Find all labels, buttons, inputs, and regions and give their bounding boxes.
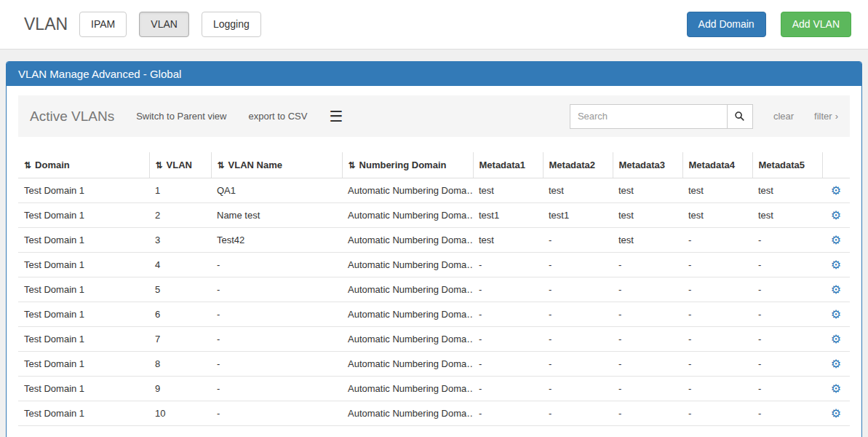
table-cell: Automatic Numbering Doma… (342, 178, 473, 203)
search-input[interactable] (570, 104, 727, 129)
clear-link[interactable]: clear (773, 111, 794, 122)
table-cell: - (543, 377, 613, 401)
table-cell: Automatic Numbering Doma… (342, 327, 473, 352)
gear-icon[interactable]: ⚙ (831, 209, 841, 221)
export-csv-link[interactable]: export to CSV (248, 111, 307, 122)
table-cell: - (682, 327, 752, 352)
table-cell: Test Domain 1 (18, 327, 149, 352)
table-cell: test (613, 228, 682, 253)
table-cell: - (211, 401, 342, 426)
toolbar-heading: Active VLANs (30, 109, 114, 125)
table-cell: Automatic Numbering Doma… (342, 203, 473, 228)
table-cell: test (682, 178, 752, 203)
sort-icon: ⇅ (218, 160, 225, 170)
topbar-actions: Add Domain Add VLAN (687, 12, 851, 38)
table-cell: - (473, 302, 543, 327)
table-cell: - (613, 302, 682, 327)
table-cell: - (613, 277, 682, 302)
table-cell: Automatic Numbering Doma… (342, 377, 473, 401)
table-cell: - (473, 253, 543, 277)
gear-icon[interactable]: ⚙ (831, 407, 841, 420)
row-actions-cell: ⚙ (822, 178, 850, 203)
table-body: Test Domain 11QA1Automatic Numbering Dom… (18, 178, 850, 426)
add-domain-button[interactable]: Add Domain (687, 12, 766, 38)
search-icon (734, 111, 745, 122)
table-cell: - (682, 277, 752, 302)
table-cell: - (543, 401, 613, 426)
toolbar-end-links: clear filter› (753, 111, 838, 122)
table-cell: Automatic Numbering Doma… (342, 302, 473, 327)
table-cell: - (752, 253, 822, 277)
table-row: Test Domain 11QA1Automatic Numbering Dom… (18, 178, 850, 203)
row-actions-cell: ⚙ (822, 277, 850, 302)
table-cell: - (682, 253, 752, 277)
column-header-vlan-name[interactable]: ⇅VLAN Name (211, 152, 342, 178)
table-cell: 3 (149, 228, 211, 253)
table-cell: test (752, 178, 822, 203)
table-cell: - (682, 401, 752, 426)
table-header-row: ⇅Domain⇅VLAN⇅VLAN Name⇅Numbering DomainM… (18, 152, 850, 178)
table-cell: - (211, 327, 342, 352)
row-actions-cell: ⚙ (822, 352, 850, 377)
table-cell: - (752, 302, 822, 327)
gear-icon[interactable]: ⚙ (831, 382, 841, 395)
column-header-vlan[interactable]: ⇅VLAN (149, 152, 211, 178)
column-header-metadata2: Metadata2 (543, 152, 613, 178)
table-cell: 10 (149, 401, 211, 426)
table-cell: Name test (211, 203, 342, 228)
nav-button-vlan[interactable]: VLAN (139, 12, 189, 38)
hamburger-menu-icon[interactable]: ☰ (329, 109, 343, 124)
table-cell: Test42 (211, 228, 342, 253)
gear-icon[interactable]: ⚙ (831, 358, 841, 370)
gear-icon[interactable]: ⚙ (831, 259, 841, 271)
table-cell: - (473, 352, 543, 377)
table-cell: - (211, 377, 342, 401)
column-header-numbering-domain[interactable]: ⇅Numbering Domain (342, 152, 473, 178)
panel-body: Active VLANs Switch to Parent view expor… (7, 86, 861, 426)
row-actions-cell: ⚙ (822, 327, 850, 352)
table-cell: test (613, 178, 682, 203)
table-cell: - (473, 401, 543, 426)
search-button[interactable] (727, 104, 753, 129)
nav-button-logging[interactable]: Logging (202, 12, 261, 38)
column-header-domain[interactable]: ⇅Domain (18, 152, 149, 178)
add-vlan-button[interactable]: Add VLAN (781, 12, 851, 38)
table-cell: - (752, 327, 822, 352)
table-cell: Test Domain 1 (18, 203, 149, 228)
nav-button-group: IPAMVLANLogging (79, 12, 261, 38)
table-cell: 4 (149, 253, 211, 277)
gear-icon[interactable]: ⚙ (831, 234, 841, 246)
table-cell: 8 (149, 352, 211, 377)
page-title: VLAN (24, 15, 68, 34)
table-cell: - (543, 228, 613, 253)
table-cell: Automatic Numbering Doma… (342, 352, 473, 377)
search-group (570, 104, 753, 129)
table-cell: 7 (149, 327, 211, 352)
table-cell: - (543, 302, 613, 327)
table-row: Test Domain 18-Automatic Numbering Doma…… (18, 352, 850, 377)
table-cell: - (613, 352, 682, 377)
table-cell: test (543, 178, 613, 203)
table-cell: - (682, 302, 752, 327)
gear-icon[interactable]: ⚙ (831, 333, 841, 345)
table-cell: - (613, 377, 682, 401)
gear-icon[interactable]: ⚙ (831, 184, 841, 197)
table-cell: Automatic Numbering Doma… (342, 228, 473, 253)
chevron-right-icon: › (835, 111, 838, 122)
gear-icon[interactable]: ⚙ (831, 283, 841, 296)
table-cell: - (613, 401, 682, 426)
table-cell: - (543, 352, 613, 377)
row-actions-cell: ⚙ (822, 203, 850, 228)
gear-icon[interactable]: ⚙ (831, 308, 841, 320)
table-cell: 5 (149, 277, 211, 302)
table-cell: - (211, 302, 342, 327)
table-row: Test Domain 13Test42Automatic Numbering … (18, 228, 850, 253)
filter-label: filter (814, 111, 832, 122)
nav-button-ipam[interactable]: IPAM (79, 12, 127, 38)
filter-link[interactable]: filter› (814, 111, 838, 122)
switch-parent-view-link[interactable]: Switch to Parent view (136, 111, 226, 122)
column-header-metadata1: Metadata1 (473, 152, 543, 178)
table-cell: Automatic Numbering Doma… (342, 401, 473, 426)
table-cell: QA1 (211, 178, 342, 203)
table-cell: test (752, 203, 822, 228)
